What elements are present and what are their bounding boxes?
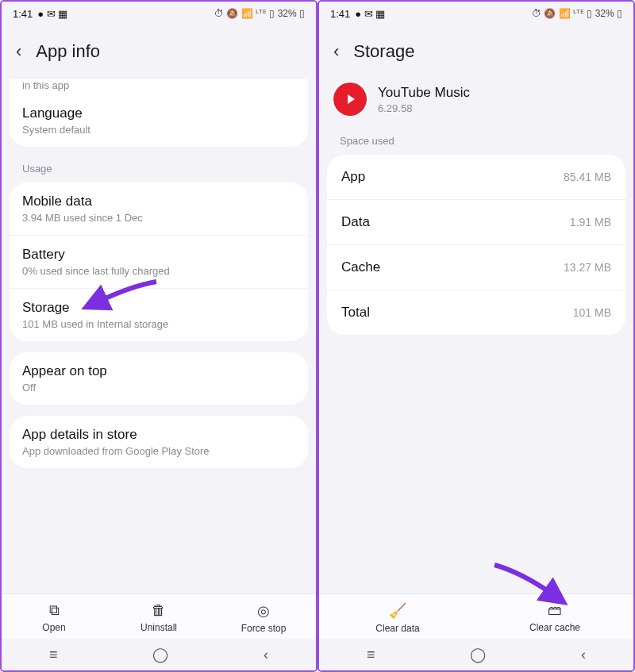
- cache-key: Cache: [341, 259, 380, 275]
- status-bar: 1:41 ● ✉ ▦ ⏱ 🔕 📶 ᴸᵀᴱ ▯ 32% ▯: [2, 2, 316, 25]
- row-battery[interactable]: Battery 0% used since last fully charged: [10, 236, 308, 289]
- store-label: App details in store: [22, 427, 295, 443]
- section-usage: Usage: [10, 158, 308, 182]
- language-label: Language: [22, 106, 295, 121]
- app-val: 85.41 MB: [564, 171, 611, 183]
- status-right-icons: ⏱ 🔕 📶 ᴸᵀᴱ ▯ 32% ▯: [214, 8, 305, 19]
- page-title: App info: [36, 41, 100, 62]
- back-nav-icon[interactable]: ‹: [264, 647, 268, 663]
- status-time: 1:41: [13, 8, 33, 20]
- card-usage: Mobile data 3.94 MB used since 1 Dec Bat…: [10, 182, 308, 341]
- battery-value: 0% used since last fully charged: [22, 265, 295, 277]
- clear-cache-button[interactable]: 🗃 Clear cache: [476, 602, 633, 634]
- status-time: 1:41: [330, 8, 350, 20]
- back-icon[interactable]: ‹: [16, 41, 21, 62]
- action-bar: ⧉ Open 🗑 Uninstall ◎ Force stop: [2, 593, 316, 639]
- header: ‹ App info: [2, 25, 316, 79]
- trash-icon: 🗑: [152, 602, 166, 619]
- content: Space used App 85.41 MB Data 1.91 MB Cac…: [319, 130, 633, 593]
- row-app-size: App 85.41 MB: [327, 155, 625, 200]
- recents-icon[interactable]: ≡: [49, 647, 58, 663]
- status-left-icons: ● ✉ ▦: [37, 8, 67, 20]
- section-space-used: Space used: [327, 130, 625, 155]
- home-icon[interactable]: ◯: [152, 646, 168, 663]
- app-name: YouTube Music: [378, 85, 470, 101]
- clipped-row: in this app: [10, 79, 308, 94]
- cache-val: 13.27 MB: [564, 261, 611, 274]
- mobile-value: 3.94 MB used since 1 Dec: [22, 212, 295, 224]
- uninstall-label: Uninstall: [140, 622, 177, 633]
- back-icon[interactable]: ‹: [333, 41, 339, 62]
- content: in this app Language System default Usag…: [2, 79, 316, 593]
- appear-label: Appear on top: [22, 363, 295, 379]
- card-store: App details in store App downloaded from…: [10, 416, 308, 468]
- data-val: 1.91 MB: [570, 216, 611, 228]
- uninstall-button[interactable]: 🗑 Uninstall: [106, 602, 211, 634]
- app-key: App: [341, 169, 365, 185]
- row-storage[interactable]: Storage 101 MB used in Internal storage: [10, 289, 308, 341]
- app-header: YouTube Music 6.29.58: [319, 79, 633, 130]
- card-appear: Appear on top Off: [10, 352, 308, 405]
- clear-data-button[interactable]: 🧹 Clear data: [319, 602, 476, 634]
- storage-label: Storage: [22, 300, 295, 316]
- app-version: 6.29.58: [378, 102, 470, 114]
- stop-icon: ◎: [257, 602, 270, 620]
- back-nav-icon[interactable]: ‹: [581, 647, 586, 663]
- recents-icon[interactable]: ≡: [367, 647, 375, 663]
- row-app-details[interactable]: App details in store App downloaded from…: [10, 416, 308, 468]
- action-bar: 🧹 Clear data 🗃 Clear cache: [319, 593, 633, 639]
- nav-bar: ≡ ◯ ‹: [319, 639, 633, 670]
- row-cache-size: Cache 13.27 MB: [327, 245, 625, 290]
- screen-app-info: 1:41 ● ✉ ▦ ⏱ 🔕 📶 ᴸᵀᴱ ▯ 32% ▯ ‹ App info …: [0, 0, 318, 672]
- status-right-icons: ⏱ 🔕 📶 ᴸᵀᴱ ▯ 32% ▯: [532, 8, 622, 19]
- page-title: Storage: [353, 41, 414, 62]
- clear-cache-label: Clear cache: [529, 622, 580, 633]
- total-val: 101 MB: [573, 306, 611, 319]
- row-mobile-data[interactable]: Mobile data 3.94 MB used since 1 Dec: [10, 182, 308, 236]
- home-icon[interactable]: ◯: [470, 646, 486, 663]
- force-stop-button[interactable]: ◎ Force stop: [211, 602, 316, 634]
- status-left-icons: ● ✉ ▦: [355, 8, 385, 20]
- clear-data-label: Clear data: [375, 623, 419, 634]
- language-value: System default: [22, 124, 295, 136]
- card-clipped: in this app Language System default: [10, 79, 308, 147]
- open-label: Open: [42, 622, 65, 633]
- open-icon: ⧉: [49, 602, 60, 619]
- row-total-size: Total 101 MB: [327, 290, 625, 335]
- force-stop-label: Force stop: [241, 623, 287, 634]
- screen-storage: 1:41 ● ✉ ▦ ⏱ 🔕 📶 ᴸᵀᴱ ▯ 32% ▯ ‹ Storage Y…: [318, 0, 635, 672]
- data-key: Data: [341, 214, 370, 230]
- row-data-size: Data 1.91 MB: [327, 200, 625, 245]
- row-language[interactable]: Language System default: [10, 94, 308, 147]
- store-value: App downloaded from Google Play Store: [22, 445, 295, 457]
- appear-value: Off: [22, 382, 295, 394]
- battery-label: Battery: [22, 247, 295, 263]
- clear-data-icon: 🧹: [389, 602, 406, 620]
- clear-cache-icon: 🗃: [548, 602, 562, 619]
- nav-bar: ≡ ◯ ‹: [2, 639, 316, 670]
- youtube-music-icon: [333, 83, 367, 116]
- total-key: Total: [341, 305, 370, 321]
- header: ‹ Storage: [319, 25, 633, 79]
- card-space-used: App 85.41 MB Data 1.91 MB Cache 13.27 MB…: [327, 155, 625, 335]
- mobile-label: Mobile data: [22, 194, 295, 209]
- status-bar: 1:41 ● ✉ ▦ ⏱ 🔕 📶 ᴸᵀᴱ ▯ 32% ▯: [319, 2, 633, 25]
- open-button[interactable]: ⧉ Open: [2, 602, 106, 634]
- row-appear-on-top[interactable]: Appear on top Off: [10, 352, 308, 405]
- storage-value: 101 MB used in Internal storage: [22, 318, 295, 330]
